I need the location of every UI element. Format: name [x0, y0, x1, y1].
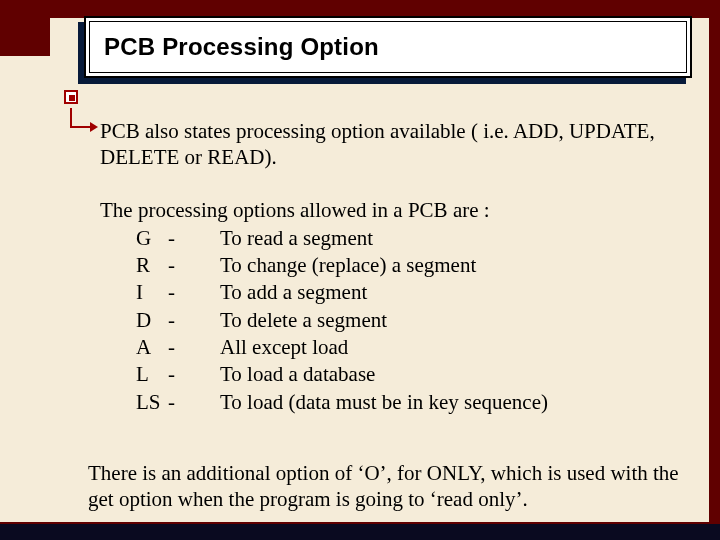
option-code: L: [136, 361, 168, 388]
option-dash: -: [168, 334, 220, 361]
option-desc: To change (replace) a segment: [220, 252, 476, 279]
option-dash: -: [168, 279, 220, 306]
option-row: L-To load a database: [136, 361, 690, 388]
arrow-right-icon: [90, 122, 98, 132]
option-dash: -: [168, 307, 220, 334]
title-banner: PCB Processing Option: [84, 16, 692, 90]
option-code: LS: [136, 389, 168, 416]
intro-paragraph: PCB also states processing option availa…: [100, 118, 690, 171]
option-code: A: [136, 334, 168, 361]
footer-bar: [0, 524, 720, 540]
option-desc: To delete a segment: [220, 307, 387, 334]
option-row: I-To add a segment: [136, 279, 690, 306]
option-row: R-To change (replace) a segment: [136, 252, 690, 279]
option-desc: To add a segment: [220, 279, 367, 306]
option-desc: To load (data must be in key sequence): [220, 389, 548, 416]
option-row: D-To delete a segment: [136, 307, 690, 334]
canvas: PCB Processing Option PCB also states pr…: [0, 0, 720, 540]
option-code: R: [136, 252, 168, 279]
title-box: PCB Processing Option: [84, 16, 692, 78]
option-code: I: [136, 279, 168, 306]
option-dash: -: [168, 225, 220, 252]
option-dash: -: [168, 361, 220, 388]
option-code: G: [136, 225, 168, 252]
option-desc: To read a segment: [220, 225, 373, 252]
option-desc: All except load: [220, 334, 348, 361]
connector-v: [70, 108, 72, 128]
connector-h: [70, 126, 92, 128]
option-row: A-All except load: [136, 334, 690, 361]
option-row: LS-To load (data must be in key sequence…: [136, 389, 690, 416]
slide: PCB Processing Option PCB also states pr…: [0, 0, 720, 540]
title-inner: PCB Processing Option: [89, 21, 687, 73]
page-title: PCB Processing Option: [104, 33, 379, 61]
content-bg-left: [0, 56, 60, 522]
bullet-icon: [62, 88, 80, 106]
option-dash: -: [168, 252, 220, 279]
options-lead: The processing options allowed in a PCB …: [100, 197, 690, 223]
option-row: G-To read a segment: [136, 225, 690, 252]
option-dash: -: [168, 389, 220, 416]
closing-paragraph: There is an additional option of ‘O’, fo…: [88, 460, 692, 513]
option-desc: To load a database: [220, 361, 375, 388]
options-list: G-To read a segmentR-To change (replace)…: [100, 225, 690, 416]
body-text: PCB also states processing option availa…: [100, 118, 690, 416]
option-code: D: [136, 307, 168, 334]
